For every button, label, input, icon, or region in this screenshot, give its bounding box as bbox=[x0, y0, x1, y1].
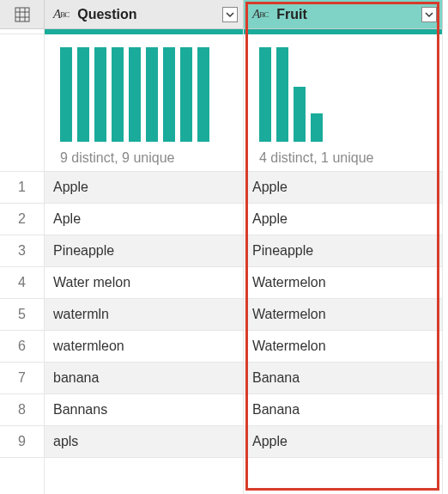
histogram-bar bbox=[259, 47, 271, 142]
row-number[interactable]: 3 bbox=[0, 235, 45, 267]
cell-question[interactable]: Water melon bbox=[45, 267, 244, 299]
row-number-label: 3 bbox=[18, 243, 26, 259]
cell-fruit[interactable]: Watermelon bbox=[244, 331, 443, 363]
chevron-down-icon bbox=[226, 10, 234, 19]
histogram-bar bbox=[77, 47, 89, 142]
column-profile-question: 9 distinct, 9 unique bbox=[45, 34, 244, 172]
row-number[interactable]: 9 bbox=[0, 426, 45, 458]
cell-fruit[interactable]: Watermelon bbox=[244, 299, 443, 331]
histogram-bar bbox=[60, 47, 72, 142]
column-stats: 9 distinct, 9 unique bbox=[60, 150, 227, 166]
row-number-label: 7 bbox=[18, 370, 26, 386]
column-name: Question bbox=[77, 7, 222, 22]
table-icon bbox=[15, 7, 30, 22]
cell-value: Apple bbox=[53, 180, 88, 195]
histogram-bar bbox=[180, 47, 192, 142]
cell-value: Apple bbox=[252, 180, 288, 195]
cell-value: Banana bbox=[252, 370, 300, 386]
cell-value: Aple bbox=[53, 211, 81, 227]
column-stats: 4 distinct, 1 unique bbox=[259, 150, 427, 166]
row-number[interactable]: 6 bbox=[0, 331, 45, 363]
table-corner[interactable] bbox=[0, 0, 45, 29]
column-header-fruit[interactable]: ABCFruit bbox=[244, 0, 443, 29]
cell-value: Pineapple bbox=[252, 243, 313, 259]
cell-fruit[interactable]: Apple bbox=[244, 426, 443, 458]
row-number[interactable]: 7 bbox=[0, 363, 45, 394]
cell-question[interactable]: Apple bbox=[45, 172, 244, 204]
row-number[interactable]: 1 bbox=[0, 172, 45, 204]
cell-question[interactable]: Aple bbox=[45, 204, 244, 235]
cell-question[interactable]: banana bbox=[45, 363, 244, 394]
row-number-label: 1 bbox=[18, 180, 26, 195]
cell-fruit[interactable]: Pineapple bbox=[244, 235, 443, 267]
cell-fruit[interactable]: Watermelon bbox=[244, 267, 443, 299]
row-number-label: 5 bbox=[18, 307, 26, 322]
histogram-bar bbox=[112, 47, 124, 142]
histogram-bar bbox=[94, 47, 106, 142]
empty-cell bbox=[244, 458, 443, 494]
cell-value: watermln bbox=[53, 307, 109, 322]
cell-value: Watermelon bbox=[252, 275, 326, 290]
histogram-bar bbox=[197, 47, 209, 142]
row-number-label: 6 bbox=[18, 338, 26, 354]
cell-fruit[interactable]: Apple bbox=[244, 172, 443, 204]
cell-value: Watermelon bbox=[252, 307, 326, 322]
column-filter-button[interactable] bbox=[222, 7, 238, 22]
cell-value: apls bbox=[53, 434, 78, 449]
empty-gutter bbox=[0, 458, 45, 494]
cell-value: Water melon bbox=[53, 275, 130, 290]
cell-question[interactable]: apls bbox=[45, 426, 244, 458]
cell-fruit[interactable]: Apple bbox=[244, 204, 443, 235]
empty-cell bbox=[45, 458, 244, 494]
row-number-label: 2 bbox=[18, 211, 26, 227]
histogram-bar bbox=[311, 113, 323, 142]
svg-rect-0 bbox=[15, 8, 29, 21]
cell-value: watermleon bbox=[53, 338, 124, 354]
row-number[interactable]: 5 bbox=[0, 299, 45, 331]
histogram-bar bbox=[129, 47, 141, 142]
cell-value: Bannans bbox=[53, 402, 107, 418]
column-header-question[interactable]: ABCQuestion bbox=[45, 0, 244, 29]
cell-fruit[interactable]: Banana bbox=[244, 363, 443, 394]
chevron-down-icon bbox=[425, 10, 433, 19]
histogram bbox=[60, 47, 227, 142]
row-number[interactable]: 2 bbox=[0, 204, 45, 235]
row-number-label: 9 bbox=[18, 434, 26, 449]
histogram-bar bbox=[294, 87, 306, 142]
row-number-label: 8 bbox=[18, 402, 26, 418]
histogram-bar bbox=[163, 47, 175, 142]
cell-fruit[interactable]: Banana bbox=[244, 394, 443, 426]
cell-question[interactable]: Pineapple bbox=[45, 235, 244, 267]
profile-gutter bbox=[0, 34, 45, 172]
column-filter-button[interactable] bbox=[421, 7, 437, 22]
cell-value: Pineapple bbox=[53, 243, 114, 259]
text-type-icon: ABC bbox=[53, 7, 69, 21]
cell-question[interactable]: Bannans bbox=[45, 394, 244, 426]
row-number-label: 4 bbox=[18, 275, 26, 290]
cell-question[interactable]: watermleon bbox=[45, 331, 244, 363]
text-type-icon: ABC bbox=[252, 7, 268, 21]
row-number[interactable]: 4 bbox=[0, 267, 45, 299]
row-number[interactable]: 8 bbox=[0, 394, 45, 426]
table-preview: ABCQuestionABCFruit9 distinct, 9 unique4… bbox=[0, 0, 448, 494]
cell-value: Apple bbox=[252, 211, 288, 227]
histogram-bar bbox=[146, 47, 158, 142]
histogram-bar bbox=[276, 47, 288, 142]
cell-question[interactable]: watermln bbox=[45, 299, 244, 331]
column-profile-fruit: 4 distinct, 1 unique bbox=[244, 34, 443, 172]
cell-value: banana bbox=[53, 370, 99, 386]
column-name: Fruit bbox=[276, 7, 421, 22]
cell-value: Watermelon bbox=[252, 338, 326, 354]
histogram bbox=[259, 47, 427, 142]
cell-value: Banana bbox=[252, 402, 300, 418]
cell-value: Apple bbox=[252, 434, 288, 449]
